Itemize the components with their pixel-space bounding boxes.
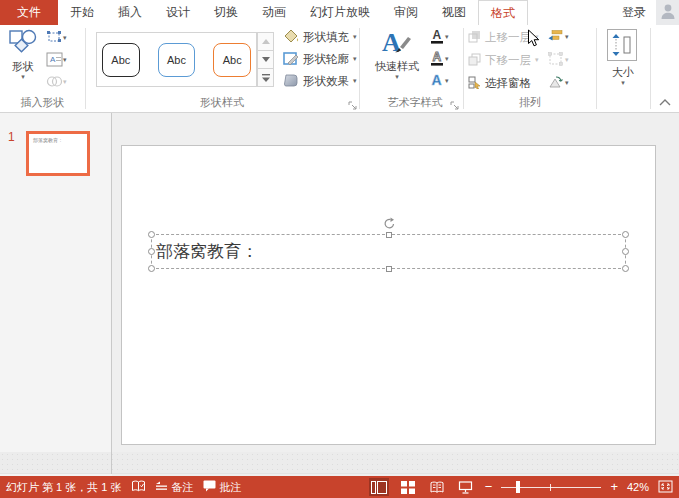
fit-slide-to-window-button[interactable] <box>658 480 673 495</box>
editor-main-area: 1 部落窝教育： 部落窝教育： <box>0 113 679 476</box>
resize-handle-top[interactable] <box>386 232 392 238</box>
panel-divider[interactable] <box>111 113 112 474</box>
normal-view-button[interactable] <box>369 478 389 496</box>
chevron-down-icon: ▾ <box>395 74 399 80</box>
spell-check-button[interactable] <box>131 480 146 495</box>
send-backward-label: 下移一层 <box>485 53 531 68</box>
tab-insert[interactable]: 插入 <box>106 0 154 25</box>
text-box-content[interactable]: 部落窝教育： <box>152 235 625 268</box>
group-objects-icon <box>548 52 563 68</box>
zoom-slider-thumb[interactable] <box>516 481 520 493</box>
svg-text:A: A <box>433 50 442 64</box>
tab-slideshow[interactable]: 幻灯片放映 <box>298 0 382 25</box>
bring-forward-label: 上移一层 <box>485 30 531 45</box>
reading-view-button[interactable] <box>427 478 447 496</box>
zoom-out-button[interactable]: − <box>485 481 493 493</box>
wordart-quick-styles-icon: A <box>380 27 414 57</box>
align-icon <box>548 29 563 45</box>
tab-home[interactable]: 开始 <box>58 0 106 25</box>
selection-pane-icon <box>468 76 481 91</box>
bring-forward-icon <box>468 30 481 45</box>
resize-handle-right[interactable] <box>622 248 629 255</box>
text-outline-icon: A <box>430 50 445 68</box>
person-icon <box>660 2 676 23</box>
slideshow-view-button[interactable] <box>456 478 476 496</box>
send-backward-button-disabled: 下移一层 ▾ <box>468 51 539 69</box>
slide-sorter-view-button[interactable] <box>398 478 418 496</box>
zoom-level[interactable]: 42% <box>627 481 649 493</box>
shape-effects-icon <box>283 73 299 90</box>
edit-shape-button[interactable]: ▾ <box>46 28 82 48</box>
gallery-scrollbar <box>257 32 274 87</box>
group-shape-styles: Abc Abc Abc 形状填充 ▾ <box>86 25 358 112</box>
resize-handle-bottom-right[interactable] <box>622 265 629 272</box>
rotate-button[interactable]: ▾ <box>548 74 569 92</box>
comments-toggle-button[interactable]: 批注 <box>203 480 242 495</box>
selection-pane-button[interactable]: 选择窗格 <box>468 74 531 92</box>
size-button[interactable]: 大小 ▾ <box>597 25 649 87</box>
tab-format-active[interactable]: 格式 <box>478 0 528 25</box>
selection-pane-label: 选择窗格 <box>485 76 531 91</box>
ribbon-tab-bar: 文件 开始 插入 设计 切换 动画 幻灯片放映 审阅 视图 格式 登录 <box>0 0 679 25</box>
resize-handle-left[interactable] <box>148 248 155 255</box>
pencil-outline-icon <box>283 51 299 68</box>
chevron-down-icon: ▾ <box>597 80 649 86</box>
shapes-button[interactable]: 形状 ▾ <box>4 28 42 80</box>
ribbon-format-contextual: 形状 ▾ ▾ A <box>0 25 679 113</box>
resize-handle-bottom-left[interactable] <box>148 265 155 272</box>
shape-style-thumbnail-blue[interactable]: Abc <box>158 43 196 77</box>
chevron-down-icon: ▾ <box>565 57 569 63</box>
chevron-down-icon: ▾ <box>445 34 449 40</box>
resize-handle-top-left[interactable] <box>148 231 155 238</box>
resize-handle-bottom[interactable] <box>386 266 392 272</box>
quick-styles-label: 快速样式 <box>375 59 419 74</box>
zoom-in-button[interactable]: + <box>610 481 618 493</box>
tab-file[interactable]: 文件 <box>0 0 58 25</box>
slide-counter[interactable]: 幻灯片 第 1 张，共 1 张 <box>6 480 122 495</box>
shape-effects-label: 形状效果 <box>303 74 349 89</box>
text-effects-button[interactable]: A ▾ <box>430 71 462 91</box>
sign-in-button[interactable]: 登录 <box>612 0 656 25</box>
merge-shapes-icon <box>46 74 63 91</box>
gallery-more-button[interactable] <box>257 69 274 87</box>
slide-canvas[interactable]: 部落窝教育： <box>121 145 656 445</box>
gallery-scroll-down-button[interactable] <box>257 51 274 69</box>
group-label-insert-shapes: 插入形状 <box>0 95 85 110</box>
align-button[interactable]: ▾ <box>548 28 569 46</box>
slide-thumbnails-panel: 1 部落窝教育： <box>0 113 112 476</box>
text-fill-button[interactable]: A ▾ <box>430 27 462 47</box>
resize-handle-top-right[interactable] <box>622 231 629 238</box>
collapse-ribbon-button[interactable] <box>658 97 672 109</box>
avatar[interactable] <box>656 0 679 25</box>
text-effects-icon: A <box>430 72 445 90</box>
text-outline-button[interactable]: A ▾ <box>430 49 462 69</box>
rotate-icon <box>548 75 563 91</box>
slide-thumbnail-1[interactable]: 部落窝教育： <box>26 131 90 176</box>
shape-outline-button[interactable]: 形状轮廓 ▾ <box>283 50 357 68</box>
shape-effects-button[interactable]: 形状效果 ▾ <box>283 72 357 90</box>
tab-review[interactable]: 审阅 <box>382 0 430 25</box>
paint-bucket-icon <box>283 29 299 46</box>
shape-fill-button[interactable]: 形状填充 ▾ <box>283 28 357 46</box>
shape-style-thumbnail-black[interactable]: Abc <box>102 43 140 77</box>
zoom-slider[interactable] <box>501 480 601 494</box>
tab-transitions[interactable]: 切换 <box>202 0 250 25</box>
svg-text:A: A <box>433 28 442 42</box>
tab-view[interactable]: 视图 <box>430 0 478 25</box>
text-box-icon: A <box>46 52 63 69</box>
notes-toggle-button[interactable]: 备注 <box>155 480 194 495</box>
mouse-cursor <box>527 29 540 50</box>
shapes-icon <box>8 28 38 57</box>
notes-label: 备注 <box>172 480 194 495</box>
tab-design[interactable]: 设计 <box>154 0 202 25</box>
group-insert-shapes: 形状 ▾ ▾ A <box>0 25 85 112</box>
chevron-down-icon: ▾ <box>445 56 449 62</box>
shape-style-thumbnail-orange[interactable]: Abc <box>213 43 251 77</box>
tab-animations[interactable]: 动画 <box>250 0 298 25</box>
draw-text-box-button[interactable]: A ▾ <box>46 50 82 70</box>
quick-styles-button[interactable]: A 快速样式 ▾ <box>368 27 426 80</box>
group-size: 大小 ▾ <box>597 25 649 112</box>
merge-shapes-button-disabled: ▾ <box>46 72 82 92</box>
chevron-down-icon: ▾ <box>565 34 569 40</box>
selected-text-box[interactable]: 部落窝教育： <box>151 234 626 269</box>
